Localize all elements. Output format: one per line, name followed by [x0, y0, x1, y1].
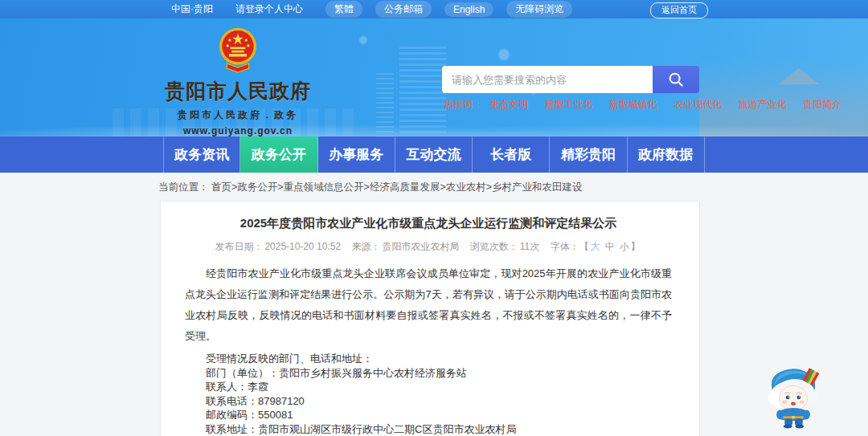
- site-url: www.guiyang.gov.cn: [163, 125, 313, 137]
- font-size-large-button[interactable]: 大: [591, 241, 600, 252]
- nav-tab-hudong-jiaoliu[interactable]: 互动交流: [395, 137, 473, 173]
- banner-building-decoration: [376, 73, 394, 137]
- hot-search-word[interactable]: 农业现代化: [674, 99, 722, 110]
- site-subtitle: 贵阳市人民政府．政务: [163, 108, 313, 122]
- topbar-login-personal-center-link[interactable]: 请登录个人中心: [235, 2, 303, 16]
- article-title: 2025年度贵阳市农业产业化市级重点龙头企业运行监测和评定结果公示: [185, 216, 672, 231]
- nav-tab-zhangzheban[interactable]: 长者版: [473, 137, 550, 173]
- breadcrumb-path[interactable]: 首页>政务公开>重点领域信息公开>经济高质量发展>农业农村>乡村产业和农田建设: [211, 181, 583, 193]
- site-logo[interactable]: 贵阳市人民政府 贵阳市人民政府．政务 www.guiyang.gov.cn: [163, 26, 313, 137]
- article-meta: 发布日期：2025-10-20 10:52 来源：贵阳市农业农村局 浏览次数：1…: [185, 240, 672, 254]
- nav-tab-jingcai-guiyang[interactable]: 精彩贵阳: [550, 137, 627, 173]
- hot-search-word[interactable]: 旅游产业化: [739, 99, 787, 110]
- breadcrumb-label: 当前位置：: [158, 181, 209, 193]
- contact-line: 联系电话：87987120: [185, 394, 672, 409]
- banner-bokeh-decoration: [498, 49, 510, 60]
- nav-tab-banshi-fuwu[interactable]: 办事服务: [318, 137, 395, 173]
- page-content: 当前位置： 首页>政务公开>重点领域信息公开>经济高质量发展>农业农村>乡村产业…: [0, 173, 868, 436]
- views-value: 11次: [520, 241, 539, 252]
- banner-cloud-decoration: [0, 116, 868, 137]
- font-size-small-button[interactable]: 小: [620, 241, 629, 252]
- topbar-english-link[interactable]: English: [444, 2, 493, 17]
- nav-tab-zhengwu-gongkai[interactable]: 政务公开: [240, 137, 317, 173]
- font-size-label: 字体：【: [551, 241, 589, 252]
- publish-date-label: 发布日期：: [215, 241, 263, 252]
- font-size-bracket: 】: [631, 241, 641, 252]
- hot-search-word[interactable]: 生态文明: [489, 99, 528, 110]
- nav-tab-zhengwu-zixun[interactable]: 政务资讯: [163, 137, 240, 173]
- hot-search-row: 热搜词： 生态文明 新型工业化 新型城镇化 农业现代化 旅游产业化 贵阳简介: [444, 98, 855, 112]
- site-title: 贵阳市人民政府: [163, 78, 313, 104]
- breadcrumb: 当前位置： 首页>政务公开>重点领域信息公开>经济高质量发展>农业农村>乡村产业…: [0, 173, 868, 201]
- site-banner: 贵阳市人民政府 贵阳市人民政府．政务 www.guiyang.gov.cn 热搜…: [0, 18, 868, 137]
- contact-line: 联系人：李霞: [185, 380, 672, 394]
- nav-tab-zhengfu-shuju[interactable]: 政府数据: [628, 137, 705, 173]
- contact-line: 受理情况反映的部门、电话和地址：: [185, 352, 672, 366]
- search-bar: [442, 66, 699, 93]
- mascot-assistant[interactable]: [764, 363, 824, 429]
- views-label: 浏览次数：: [470, 241, 518, 252]
- font-size-medium-button[interactable]: 中: [605, 241, 615, 252]
- topbar-traditional-chinese-link[interactable]: 繁體: [326, 1, 362, 18]
- national-emblem-icon: [217, 26, 259, 73]
- hot-search-word[interactable]: 贵阳简介: [803, 99, 841, 110]
- return-home-button[interactable]: 返回首页: [650, 2, 708, 18]
- hot-search-word[interactable]: 新型工业化: [545, 99, 593, 110]
- search-icon: [667, 71, 685, 88]
- source-label: 来源：: [351, 241, 380, 252]
- article-card: 2025年度贵阳市农业产业化市级重点龙头企业运行监测和评定结果公示 发布日期：2…: [160, 201, 700, 436]
- search-input[interactable]: [442, 66, 653, 93]
- banner-pagoda-decoration: [778, 68, 820, 84]
- hot-search-word[interactable]: 新型城镇化: [609, 99, 657, 110]
- hot-search-label: 热搜词：: [444, 99, 482, 110]
- source-value: 贵阳市农业农村局: [382, 241, 459, 252]
- publish-date-value: 2025-10-20 10:52: [264, 241, 341, 252]
- contact-line: 联系地址：贵阳市观山湖区市级行政中心二期C区贵阳市农业农村局: [185, 422, 672, 436]
- banner-bokeh-decoration: [359, 36, 367, 44]
- hat-band-decoration: [803, 368, 820, 385]
- banner-building-decoration: [399, 47, 446, 137]
- main-navigation: 政务资讯 政务公开 办事服务 互动交流 长者版 精彩贵阳 政府数据: [0, 137, 868, 173]
- contact-line: 部门（单位）：贵阳市乡村振兴服务中心农村经济服务站: [185, 366, 672, 381]
- contact-line: 邮政编码：550081: [185, 408, 672, 422]
- search-button[interactable]: [653, 66, 699, 93]
- article-paragraph: 经贵阳市农业产业化市级重点龙头企业联席会议成员单位审定，现对2025年开展的农业…: [185, 263, 672, 347]
- topbar-china-guiyang-link[interactable]: 中国·贵阳: [171, 2, 213, 16]
- topbar-official-mail-link[interactable]: 公务邮箱: [375, 1, 432, 18]
- topbar-accessibility-link[interactable]: 无障碍浏览: [506, 1, 572, 18]
- top-utility-bar: 中国·贵阳 请登录个人中心 繁體 公务邮箱 English 无障碍浏览 返回首页: [0, 0, 868, 18]
